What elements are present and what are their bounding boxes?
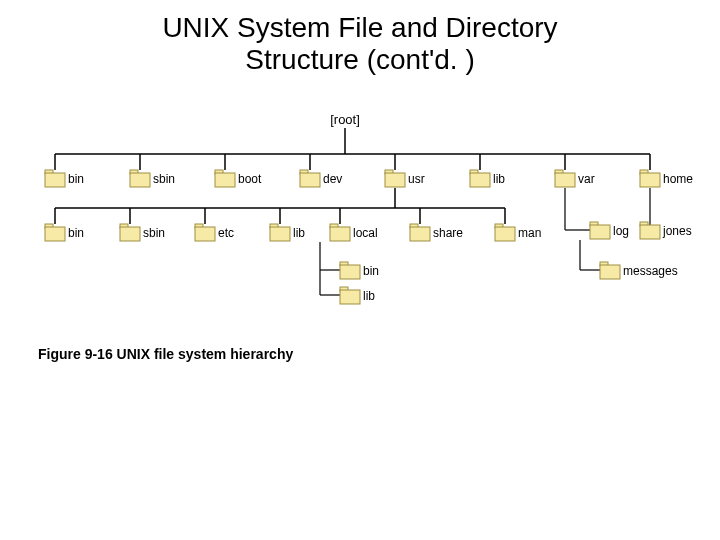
folder-usr-sbin-icon xyxy=(120,224,140,241)
folder-label: sbin xyxy=(143,226,165,240)
svg-rect-45 xyxy=(410,227,430,241)
folder-usr-etc-icon xyxy=(195,224,215,241)
folder-label: share xyxy=(433,226,463,240)
folder-home-jones-icon xyxy=(640,222,660,239)
svg-rect-4 xyxy=(45,173,65,187)
svg-rect-59 xyxy=(340,265,360,279)
folder-sbin-icon xyxy=(130,170,150,187)
folder-log-messages-icon xyxy=(600,262,620,279)
title-line-2: Structure (cont'd. ) xyxy=(245,44,474,75)
folder-label: lib xyxy=(293,226,305,240)
folder-dev-icon xyxy=(300,170,320,187)
folder-usr-bin-icon xyxy=(45,224,65,241)
svg-rect-48 xyxy=(495,227,515,241)
svg-rect-10 xyxy=(215,173,235,187)
svg-rect-30 xyxy=(45,227,65,241)
folder-var-icon xyxy=(555,170,575,187)
svg-rect-19 xyxy=(470,173,490,187)
svg-rect-36 xyxy=(195,227,215,241)
svg-rect-22 xyxy=(555,173,575,187)
svg-rect-52 xyxy=(590,225,610,239)
svg-rect-62 xyxy=(340,290,360,304)
folder-home-icon xyxy=(640,170,660,187)
folder-lib-icon xyxy=(470,170,490,187)
folder-usr-man-icon xyxy=(495,224,515,241)
folder-label: bin xyxy=(68,172,84,186)
slide-title: UNIX System File and Directory Structure… xyxy=(0,12,720,76)
folder-var-log-icon xyxy=(590,222,610,239)
svg-rect-33 xyxy=(120,227,140,241)
root-label: [root] xyxy=(330,112,360,127)
folder-local-lib-icon xyxy=(340,287,360,304)
folder-usr-icon xyxy=(385,170,405,187)
folder-label: jones xyxy=(662,224,692,238)
folder-label: etc xyxy=(218,226,234,240)
svg-rect-13 xyxy=(300,173,320,187)
svg-rect-39 xyxy=(270,227,290,241)
folder-usr-share-icon xyxy=(410,224,430,241)
folder-label: bin xyxy=(363,264,379,278)
folder-label: var xyxy=(578,172,595,186)
folder-label: messages xyxy=(623,264,678,278)
folder-label: log xyxy=(613,224,629,238)
folder-label: lib xyxy=(363,289,375,303)
folder-bin-icon xyxy=(45,170,65,187)
folder-boot-icon xyxy=(215,170,235,187)
svg-rect-55 xyxy=(640,225,660,239)
svg-rect-66 xyxy=(600,265,620,279)
folder-label: dev xyxy=(323,172,342,186)
folder-label: boot xyxy=(238,172,262,186)
folder-label: sbin xyxy=(153,172,175,186)
title-line-1: UNIX System File and Directory xyxy=(162,12,557,43)
folder-label: bin xyxy=(68,226,84,240)
svg-rect-42 xyxy=(330,227,350,241)
svg-rect-16 xyxy=(385,173,405,187)
level1: bin sbin boot dev usr lib xyxy=(45,154,693,187)
hierarchy-diagram: [root] bin sbin boot dev xyxy=(0,110,720,340)
folder-label: lib xyxy=(493,172,505,186)
figure-caption: Figure 9-16 UNIX file system hierarchy xyxy=(38,346,293,362)
folder-usr-lib-icon xyxy=(270,224,290,241)
svg-rect-25 xyxy=(640,173,660,187)
folder-label: local xyxy=(353,226,378,240)
folder-label: usr xyxy=(408,172,425,186)
folder-label: home xyxy=(663,172,693,186)
folder-label: man xyxy=(518,226,541,240)
svg-rect-7 xyxy=(130,173,150,187)
folder-usr-local-icon xyxy=(330,224,350,241)
folder-local-bin-icon xyxy=(340,262,360,279)
level2-usr: bin sbin etc lib local share xyxy=(45,208,541,241)
